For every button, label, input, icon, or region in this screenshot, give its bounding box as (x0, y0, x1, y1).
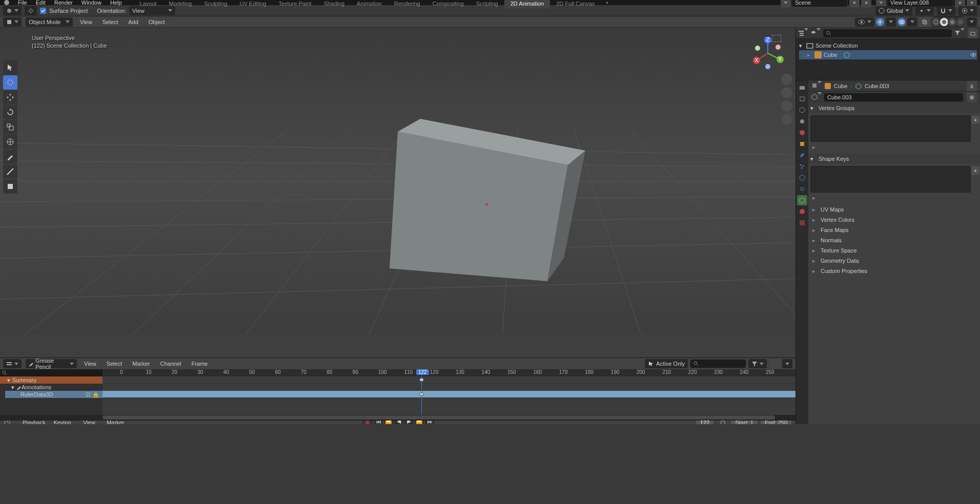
add-menu[interactable]: Add (125, 19, 141, 25)
eye-icon[interactable] (970, 51, 977, 58)
overlay-dropdown[interactable] (907, 17, 917, 27)
tl-view-menu[interactable]: View (80, 420, 98, 424)
outliner-scene-collection[interactable]: Scene Collection (799, 41, 977, 50)
gizmo-dropdown[interactable] (886, 17, 896, 27)
mode-dropdown[interactable]: Object Mode (26, 17, 73, 27)
outliner-new-collection[interactable] (968, 28, 978, 38)
track-summary[interactable] (103, 376, 795, 384)
tool-move[interactable] (3, 90, 17, 104)
jump-start-button[interactable]: ⏮ (374, 420, 383, 424)
scene-delete-button[interactable]: × (861, 0, 871, 8)
workspace-tab-texture-paint[interactable]: Texture Paint (272, 0, 317, 8)
section-face-maps[interactable]: Face Maps (808, 225, 980, 235)
menu-window[interactable]: Window (77, 0, 106, 5)
ds-channel-menu[interactable]: Channel (157, 361, 184, 367)
menu-help[interactable]: Help (106, 0, 126, 5)
workspace-tab-rendering[interactable]: Rendering (388, 0, 426, 8)
section-normals[interactable]: Normals (808, 235, 980, 245)
ds-frame-menu[interactable]: Frame (188, 361, 211, 367)
channel-search[interactable] (0, 369, 103, 376)
track-ruler[interactable] (103, 391, 795, 398)
workspace-tab-animation[interactable]: Animation (351, 0, 388, 8)
mesh-name-field[interactable] (824, 93, 964, 102)
scene-new-button[interactable]: + (849, 0, 860, 8)
ds-sync-toggle[interactable] (770, 359, 780, 369)
breadcrumb-object[interactable]: Cube (834, 83, 847, 89)
tool-annotate[interactable] (3, 150, 17, 164)
active-only-toggle[interactable]: Active Only (645, 359, 688, 368)
workspace-tab-2d-full-canvas[interactable]: 2D Full Canvas (550, 0, 601, 8)
tab-particles[interactable] (797, 161, 807, 172)
ds-search-input[interactable] (690, 359, 746, 368)
pivot-dropdown[interactable] (915, 6, 934, 15)
timeline-editor-type[interactable] (4, 420, 14, 424)
section-vertex-colors[interactable]: Vertex Colors (808, 215, 980, 225)
ds-filter-dropdown[interactable] (748, 359, 767, 368)
xray-toggle[interactable] (920, 17, 930, 27)
tab-render[interactable] (797, 82, 807, 93)
shading-dropdown[interactable] (967, 17, 977, 27)
shape-key-specials[interactable] (812, 195, 818, 201)
outliner-tree[interactable]: Scene Collection Cube (796, 39, 980, 80)
shape-keys-list[interactable]: + (810, 166, 971, 193)
tab-material[interactable] (797, 206, 807, 217)
play-button[interactable]: ▶ (404, 420, 414, 424)
tl-playback-menu[interactable]: Playback (19, 420, 49, 424)
view-menu[interactable]: View (77, 19, 95, 25)
transform-orientation-dropdown[interactable]: Global (875, 6, 912, 15)
section-texture-space[interactable]: Texture Space (808, 245, 980, 256)
add-workspace-button[interactable]: + (601, 0, 612, 6)
section-geometry-data[interactable]: Geometry Data (808, 256, 980, 266)
ds-view-menu[interactable]: View (81, 361, 99, 367)
tool-rotate[interactable] (3, 105, 17, 119)
outliner-search[interactable] (823, 29, 952, 38)
shading-rendered[interactable] (956, 17, 965, 27)
prev-key-button[interactable]: ⏪ (384, 420, 393, 424)
ds-prop-dropdown[interactable] (782, 359, 792, 368)
dopesheet-editor-type[interactable] (3, 359, 22, 368)
end-frame-field[interactable]: End: 250 (761, 420, 791, 424)
tool-select-box[interactable] (3, 60, 17, 75)
channel-summary[interactable]: Summary (0, 376, 103, 384)
tab-physics[interactable] (797, 173, 807, 183)
start-frame-field[interactable]: Start: 1 (731, 420, 757, 424)
tab-constraints[interactable] (797, 184, 807, 194)
tab-texture[interactable] (797, 218, 807, 228)
visibility-dropdown[interactable] (855, 17, 874, 27)
overlay-toggle[interactable] (897, 17, 906, 27)
menu-render[interactable]: Render (50, 0, 77, 5)
tab-mesh-data[interactable] (797, 195, 807, 205)
surface-project-checkbox[interactable] (40, 8, 46, 14)
mesh-browse-button[interactable] (811, 94, 822, 101)
tab-world[interactable] (797, 128, 807, 138)
workspace-tab-scripting[interactable]: Scripting (470, 0, 504, 8)
autokey-toggle[interactable] (362, 420, 373, 424)
add-shape-key-button[interactable]: + (971, 166, 979, 175)
channel-annotations[interactable]: Annotations (0, 384, 103, 391)
tab-viewlayer[interactable] (797, 105, 807, 115)
workspace-tab-sculpting[interactable]: Sculpting (198, 0, 233, 8)
workspace-tab-compositing[interactable]: Compositing (426, 0, 470, 8)
camera-button[interactable] (781, 100, 792, 112)
vertex-groups-list[interactable]: + (810, 115, 971, 142)
channel-rulerdata[interactable]: RulerData3D☑ 🔒 (5, 391, 103, 398)
gizmo-toggle[interactable] (875, 17, 885, 27)
nav-gizmo[interactable]: Z X Y (751, 37, 784, 70)
section-custom-properties[interactable]: Custom Properties (808, 266, 980, 276)
dopesheet-mode-dropdown[interactable]: Grease Pencil (26, 359, 77, 368)
preview-range-toggle[interactable] (718, 420, 728, 424)
outliner-display-mode[interactable] (810, 30, 821, 37)
add-vertex-group-button[interactable]: + (971, 116, 979, 124)
play-reverse-button[interactable]: ◀ (394, 420, 403, 424)
cursor-tool-dropdown[interactable] (3, 6, 22, 15)
pan-button[interactable] (781, 87, 792, 98)
outliner-item-cube[interactable]: Cube (799, 50, 977, 59)
menu-file[interactable]: File (14, 0, 31, 5)
workspace-tab-uv-editing[interactable]: UV Editing (233, 0, 272, 8)
dopesheet-timeline[interactable]: 0102030405060708090100110120130140150160… (103, 369, 795, 415)
prop-editor-type[interactable] (811, 82, 822, 90)
proportional-dropdown[interactable] (958, 6, 977, 15)
workspace-tab-2d-animation[interactable]: 2D Animation (504, 0, 550, 8)
drag-tool-dropdown[interactable] (25, 6, 37, 15)
section-vertex-groups[interactable]: Vertex Groups (808, 103, 980, 113)
